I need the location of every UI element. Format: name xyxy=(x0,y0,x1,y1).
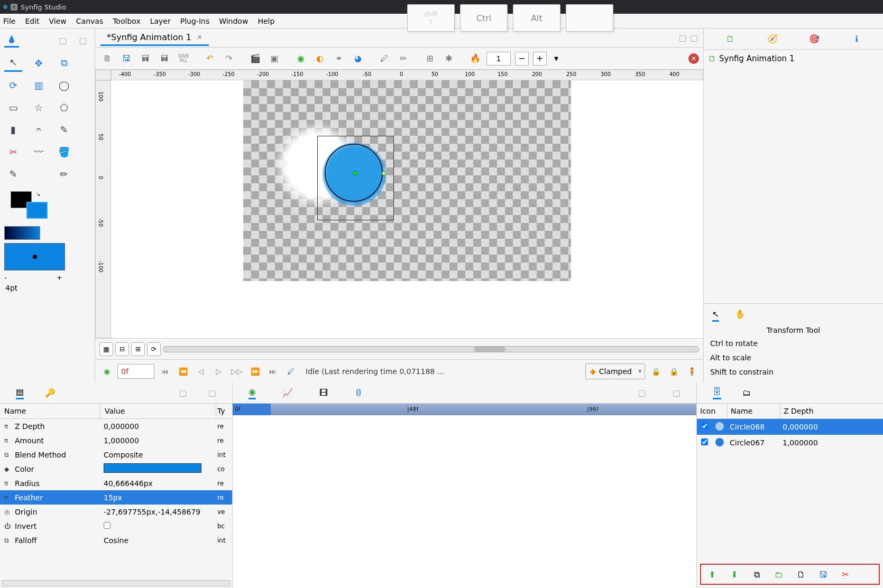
library-tab-icon[interactable]: 🔑 xyxy=(45,388,56,398)
seek-prev-frame-icon[interactable]: ◁ xyxy=(194,364,208,379)
keyframe-lock-icon[interactable]: 🖊 xyxy=(376,51,392,67)
horizontal-scrollbar[interactable] xyxy=(163,346,699,352)
keyframes-tab-icon[interactable]: 🎞 xyxy=(319,388,328,398)
save-as-icon[interactable]: 🖬 xyxy=(157,51,172,67)
low-res-icon[interactable]: ▦ xyxy=(99,342,113,356)
params-hscroll[interactable] xyxy=(2,580,231,586)
palette-tab-icon[interactable]: 🎯 xyxy=(808,33,821,45)
layers-tab-icon[interactable]: 🗄 xyxy=(713,387,721,399)
menu-plugins[interactable]: Plug-Ins xyxy=(180,17,209,25)
param-row-z-depth[interactable]: πZ Depth0,000000re xyxy=(0,419,232,433)
sketch-tool-icon[interactable]: ✏ xyxy=(55,165,73,183)
timeline-dock-icon[interactable]: ▢ xyxy=(638,388,646,398)
param-row-blend-method[interactable]: ⧉Blend MethodCompositeint xyxy=(0,447,232,462)
interpolation-combo[interactable]: ◆Clamped xyxy=(585,363,645,379)
curves-tab-icon[interactable]: 📈 xyxy=(282,388,293,398)
text-tool-icon[interactable] xyxy=(30,165,48,183)
redo-icon[interactable]: ↷ xyxy=(221,51,237,67)
close-canvas-icon[interactable]: ✕ xyxy=(688,53,699,64)
lock-past-icon[interactable]: 🔒 xyxy=(648,364,663,379)
param-row-origin[interactable]: ◎Origin-27,697755px,-14,458679ve xyxy=(0,505,232,519)
polygon-tool-icon[interactable]: ⬠ xyxy=(55,98,73,116)
seek-start-icon[interactable]: ⏮ xyxy=(158,364,172,379)
seek-next-kf-icon[interactable]: ⏩ xyxy=(247,364,262,379)
guides-icon[interactable]: ⊟ xyxy=(115,342,129,356)
tool-options-tab-icon[interactable]: ↖ xyxy=(712,309,719,322)
menu-layer[interactable]: Layer xyxy=(150,17,171,25)
mirror-tool-icon[interactable]: ▥ xyxy=(30,76,48,94)
toolbox-tab-icon[interactable] xyxy=(4,33,19,48)
open-file-icon[interactable]: 🖫 xyxy=(118,51,134,67)
invert-checkbox[interactable] xyxy=(104,522,111,529)
fill-color-swatch[interactable] xyxy=(26,202,48,219)
layer-row-circle067[interactable]: Circle0671,000000 xyxy=(697,435,883,451)
menu-canvas[interactable]: Canvas xyxy=(76,17,103,25)
canvas-viewport[interactable] xyxy=(111,80,703,338)
layer-paste-icon[interactable]: 🖫 xyxy=(817,568,829,580)
circle-tool-icon[interactable]: ◯ xyxy=(55,76,73,94)
layer-visible-checkbox[interactable] xyxy=(701,438,708,445)
transform-tool-icon[interactable]: ↖ xyxy=(4,54,22,72)
params-tab-icon[interactable]: ▤ xyxy=(16,387,24,399)
seek-end-icon[interactable]: ⏭ xyxy=(265,364,280,379)
keyframe-indicator-icon[interactable]: ◉ xyxy=(99,364,114,379)
toolbox-undock-icon[interactable]: ▢ xyxy=(56,33,70,48)
save-all-icon[interactable]: SAVE ALL xyxy=(176,51,191,67)
snap-icon[interactable]: ✱ xyxy=(441,51,457,67)
menu-edit[interactable]: Edit xyxy=(25,17,39,25)
scale-tool-icon[interactable]: ⧉ xyxy=(55,54,73,72)
onion-prev-icon[interactable]: ◉ xyxy=(293,51,309,67)
timetrack-ruler[interactable]: 0f |48f |96f xyxy=(233,404,696,415)
brush-plus-button[interactable]: + xyxy=(57,274,62,282)
fill-tool-icon[interactable]: 🪣 xyxy=(55,143,73,161)
brush-size-label[interactable]: 4pt xyxy=(4,282,90,294)
param-row-radius[interactable]: πRadius40,666446pxre xyxy=(0,476,232,490)
swap-colors-icon[interactable]: ↘ xyxy=(36,191,40,197)
layer-duplicate-icon[interactable]: ⧉ xyxy=(751,568,762,580)
default-gradient[interactable] xyxy=(4,226,40,240)
layer-lower-icon[interactable]: ⬇ xyxy=(729,568,740,580)
smooth-move-tool-icon[interactable]: ✥ xyxy=(30,54,48,72)
brush-minus-button[interactable]: - xyxy=(4,274,7,282)
layer-group-icon[interactable]: 🗀 xyxy=(773,568,785,580)
canvas-tree-root[interactable]: 🗋 Synfig Animation 1 xyxy=(708,54,879,63)
rotate-tool-icon[interactable]: ⟳ xyxy=(4,76,22,94)
save-file-icon[interactable]: 🖬 xyxy=(137,51,153,67)
layer-raise-icon[interactable]: ⬆ xyxy=(706,568,718,580)
preview-icon[interactable]: ▣ xyxy=(266,51,282,67)
menu-window[interactable]: Window xyxy=(219,17,248,25)
loop-icon[interactable]: 🖊 xyxy=(283,364,298,379)
onion-toggle-icon[interactable]: ◐ xyxy=(312,51,328,67)
brush-preview[interactable] xyxy=(4,243,65,270)
current-frame-input[interactable] xyxy=(117,364,154,379)
cutout-tool-icon[interactable]: ✂ xyxy=(4,143,22,161)
menu-toolbox[interactable]: Toolbox xyxy=(113,17,141,25)
quality-icon[interactable]: ⊞ xyxy=(131,342,145,356)
menu-view[interactable]: View xyxy=(49,17,67,25)
zoom-input[interactable] xyxy=(486,52,511,66)
draw-tool-icon[interactable]: ✎ xyxy=(55,120,73,138)
menu-help[interactable]: Help xyxy=(257,17,274,25)
close-tab-icon[interactable]: ✕ xyxy=(197,33,203,41)
navigator-tab-icon[interactable]: 🧭 xyxy=(766,33,779,45)
play-icon[interactable]: ▷ xyxy=(211,364,226,379)
params-dock-icon[interactable]: ▢ xyxy=(179,388,187,398)
undo-icon[interactable]: ↶ xyxy=(202,51,218,67)
layer-new-icon[interactable]: 🗋 xyxy=(795,568,807,580)
spline-tool-icon[interactable]: 𝄐 xyxy=(30,120,48,138)
new-file-icon[interactable]: 🗎 xyxy=(99,51,115,67)
menu-file[interactable]: File xyxy=(3,17,15,25)
layer-cut-icon[interactable]: ✂ xyxy=(840,568,851,580)
window-close-icon[interactable]: × xyxy=(11,4,17,11)
rectangle-tool-icon[interactable]: ▭ xyxy=(4,98,22,116)
info-tab-icon[interactable]: ℹ xyxy=(850,33,863,45)
zoom-in-button[interactable]: + xyxy=(533,52,547,66)
document-tab[interactable]: *Synfig Animation 1 ✕ xyxy=(100,30,209,46)
param-row-invert[interactable]: ⏻Invertbc xyxy=(0,519,232,533)
zoom-dropdown-icon[interactable]: ▾ xyxy=(551,53,562,63)
radius-handle-icon[interactable] xyxy=(382,171,386,175)
origin-handle-icon[interactable] xyxy=(353,171,357,175)
dock-handle2-icon[interactable]: ▢ xyxy=(690,33,698,43)
layers-col-z[interactable]: Z Depth xyxy=(780,404,883,418)
layer-visible-checkbox[interactable] xyxy=(701,423,708,430)
